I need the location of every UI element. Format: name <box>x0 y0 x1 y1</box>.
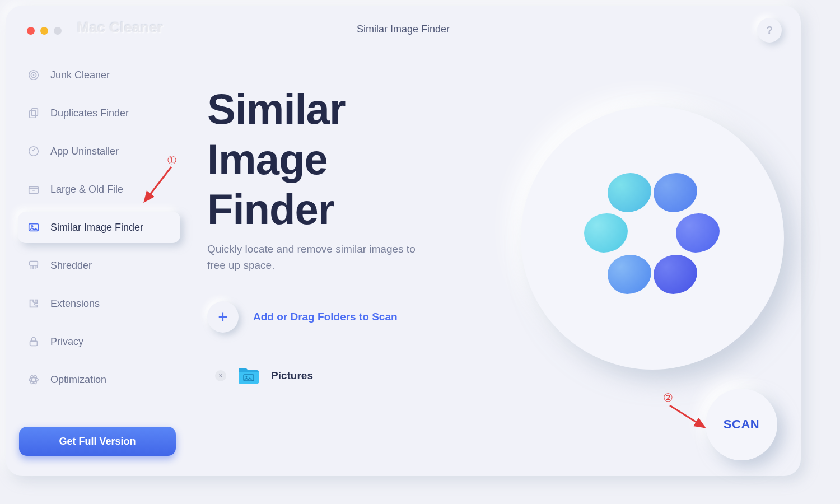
image-icon <box>27 221 40 234</box>
scan-button[interactable]: SCAN <box>706 389 777 460</box>
window-controls <box>27 27 62 35</box>
annotation-arrow-2-icon <box>666 402 711 438</box>
atom-icon <box>27 373 40 386</box>
sidebar-item-extensions[interactable]: Extensions <box>18 288 180 319</box>
box-icon <box>27 183 40 196</box>
add-folder-button[interactable]: + <box>207 301 239 333</box>
app-icon <box>27 144 40 158</box>
svg-point-2 <box>33 74 35 76</box>
annotation-arrow-1-icon <box>139 164 178 211</box>
remove-folder-button[interactable]: × <box>215 370 226 381</box>
sidebar-item-junk-cleaner[interactable]: Junk Cleaner <box>18 59 180 91</box>
decorative-circle <box>521 106 784 370</box>
sidebar-item-label: Shredder <box>50 260 92 272</box>
app-title: Mac Cleaner <box>77 19 163 36</box>
puzzle-icon <box>27 297 40 310</box>
sidebar-item-app-uninstaller[interactable]: App Uninstaller <box>18 136 180 167</box>
hero-description: Quickly locate and remove similar images… <box>207 241 431 273</box>
add-folder-label[interactable]: Add or Drag Folders to Scan <box>253 311 398 323</box>
svg-line-17 <box>670 405 704 427</box>
svg-point-8 <box>31 226 33 227</box>
page-title: Similar Image Finder <box>357 24 450 35</box>
svg-line-16 <box>144 167 171 202</box>
folder-icon <box>237 366 260 385</box>
sidebar-item-label: Junk Cleaner <box>50 69 110 81</box>
svg-point-5 <box>29 147 39 156</box>
sidebar-item-shredder[interactable]: Shredder <box>18 250 180 281</box>
lock-icon <box>27 335 40 348</box>
svg-rect-3 <box>31 109 38 116</box>
get-full-version-button[interactable]: Get Full Version <box>19 427 176 456</box>
svg-rect-9 <box>30 262 38 265</box>
main-panel: Similar Image Finder Quickly locate and … <box>207 84 778 454</box>
sidebar-item-similar-image-finder[interactable]: Similar Image Finder <box>18 212 180 243</box>
shredder-icon <box>27 259 40 272</box>
sidebar-item-label: Optimization <box>50 374 106 386</box>
sidebar-item-label: Duplicates Finder <box>50 108 129 119</box>
sidebar-item-label: Extensions <box>50 298 100 310</box>
blob-ring-icon <box>591 176 714 300</box>
target-icon <box>27 68 40 82</box>
sidebar-item-privacy[interactable]: Privacy <box>18 326 180 357</box>
window-close-button[interactable] <box>27 27 35 35</box>
window-minimize-button[interactable] <box>40 27 48 35</box>
sidebar-item-label: Similar Image Finder <box>50 222 143 234</box>
sidebar-item-label: Privacy <box>50 336 83 348</box>
sidebar-item-label: Large & Old File <box>50 184 123 195</box>
help-button[interactable]: ? <box>757 18 782 43</box>
window-maximize-button[interactable] <box>54 27 62 35</box>
sidebar-item-label: App Uninstaller <box>50 146 119 157</box>
sidebar-item-duplicates-finder[interactable]: Duplicates Finder <box>18 97 180 129</box>
copy-icon <box>27 106 40 120</box>
app-window: Mac Cleaner Similar Image Finder ? Junk … <box>6 6 801 476</box>
sidebar: Junk Cleaner Duplicates Finder App Unins… <box>18 59 180 402</box>
selected-folder-row: × Pictures <box>215 366 778 385</box>
svg-rect-10 <box>30 341 38 346</box>
svg-rect-4 <box>30 110 36 118</box>
svg-point-15 <box>246 376 248 378</box>
folder-name: Pictures <box>271 370 313 382</box>
sidebar-item-optimization[interactable]: Optimization <box>18 364 180 395</box>
